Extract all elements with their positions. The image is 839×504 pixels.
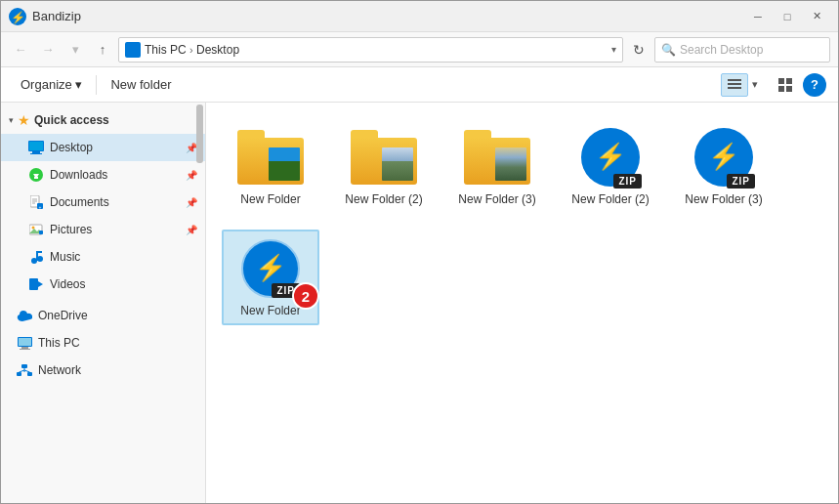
svg-rect-37 [17,372,21,376]
folder-area: New Folder New Folder (2) [206,103,838,503]
list-item[interactable]: ⚡ ZIP New Folder (3) [675,118,773,214]
folder-label-new-folder-4-zip: New Folder [240,304,300,317]
minimize-button[interactable]: ─ [744,7,772,26]
view-dropdown-arrow[interactable]: ▾ [752,78,758,91]
folder-icon-new-folder-4-zip: ⚡ ZIP 2 [235,237,306,300]
maximize-button[interactable]: □ [774,7,801,26]
sidebar-item-pictures[interactable]: Pictures 📌 [1,216,205,243]
sidebar-section-quickaccess: ▾ ★ Quick access Desktop [1,103,205,302]
folder-label-new-folder-2: New Folder (2) [345,192,422,206]
view-tiles-button[interactable] [772,73,799,97]
documents-icon: + [28,194,44,210]
close-button[interactable]: ✕ [803,7,830,26]
svg-text:⚡: ⚡ [11,10,25,24]
svg-rect-33 [19,338,31,346]
svg-rect-38 [27,372,32,376]
list-item[interactable]: New Folder (2) [335,118,433,214]
title-bar-left: ⚡ Bandizip [9,8,81,25]
title-bar: ⚡ Bandizip ─ □ ✕ [1,1,838,32]
svg-rect-29 [36,251,42,253]
toolbar: Organize ▾ New folder ▾ [1,67,838,103]
sidebar-item-downloads[interactable]: Downloads 📌 [1,161,205,189]
main-content: ▾ ★ Quick access Desktop [1,103,838,503]
quickaccess-arrow: ▾ [9,115,14,125]
thispc-icon [17,335,32,351]
sidebar: ▾ ★ Quick access Desktop [1,103,206,503]
svg-rect-25 [39,231,43,234]
window-controls: ─ □ ✕ [744,7,830,26]
sidebar-label-desktop: Desktop [50,141,180,154]
sidebar-label-downloads: Downloads [50,168,180,182]
path-part-desktop: Desktop [196,43,239,57]
pictures-pin-icon: 📌 [186,225,197,235]
bolt-icon: ⚡ [595,144,626,169]
selection-badge: 2 [292,282,319,310]
quickaccess-star-icon: ★ [18,112,30,128]
back-button[interactable]: ← [9,38,32,62]
svg-rect-35 [20,349,30,350]
svg-marker-31 [38,281,43,287]
downloads-pin-icon: 📌 [186,170,197,181]
view-details-button[interactable] [721,73,748,97]
svg-text:+: + [38,204,41,209]
search-box[interactable]: 🔍 Search Desktop [654,37,830,63]
documents-pin-icon: 📌 [186,197,197,208]
network-icon [17,362,32,378]
sidebar-item-desktop[interactable]: Desktop 📌 [1,134,205,161]
toolbar-separator [96,75,97,95]
path-text: This PC › Desktop [145,43,608,57]
downloads-icon [28,167,44,183]
folder-icon-new-folder-1 [235,126,306,189]
svg-rect-5 [778,78,784,84]
refresh-button[interactable]: ↻ [627,38,650,62]
svg-line-40 [20,370,25,372]
toolbar-right: ▾ ? [721,73,826,97]
new-folder-button[interactable]: New folder [103,73,179,96]
path-part-thispc: This PC [145,43,189,57]
up-button[interactable]: ↑ [91,38,114,62]
sidebar-item-music[interactable]: Music [1,243,205,271]
search-icon: 🔍 [661,43,676,57]
recent-locations-button[interactable]: ▾ [63,38,87,62]
sidebar-item-onedrive[interactable]: OneDrive [1,302,205,329]
zip-badge: ZIP [727,174,755,189]
list-item[interactable]: ⚡ ZIP 2 New Folder [222,230,319,325]
sidebar-item-videos[interactable]: Videos [1,271,205,298]
folder-icon-new-folder-2 [349,126,419,189]
address-path[interactable]: This PC › Desktop ▾ [118,37,623,63]
svg-rect-3 [728,83,741,85]
sidebar-item-documents[interactable]: + Documents 📌 [1,189,205,216]
desktop-icon [28,140,44,155]
forward-button[interactable]: → [36,38,60,62]
sidebar-label-thispc: This PC [38,336,197,350]
videos-icon [28,276,44,292]
svg-rect-30 [29,278,38,290]
path-dropdown-arrow[interactable]: ▾ [611,44,616,55]
sidebar-item-network[interactable]: Network [1,357,205,384]
sidebar-label-videos: Videos [50,277,197,291]
sidebar-header-quickaccess[interactable]: ▾ ★ Quick access [1,106,205,134]
tiles-icon [778,78,792,92]
bolt-icon: ⚡ [255,255,286,280]
folder-icon-new-folder-3 [462,126,532,189]
list-item[interactable]: ⚡ ZIP New Folder (2) [562,118,659,214]
svg-rect-34 [21,347,28,349]
list-item[interactable]: New Folder (3) [448,118,546,214]
path-separator-1: › [189,44,193,56]
sidebar-label-onedrive: OneDrive [38,309,197,322]
pictures-icon [28,222,44,237]
details-icon [728,78,741,92]
folder-label-new-folder-3: New Folder (3) [458,192,535,206]
folder-icon-new-folder-2-zip: ⚡ ZIP [575,126,646,189]
sidebar-item-thispc[interactable]: This PC [1,329,205,357]
svg-rect-12 [29,142,43,150]
svg-line-41 [24,370,30,372]
svg-rect-11 [30,153,42,154]
sidebar-label-documents: Documents [50,195,180,209]
svg-rect-10 [32,151,40,153]
svg-rect-2 [728,79,741,81]
organize-button[interactable]: Organize ▾ [13,73,90,96]
help-button[interactable]: ? [803,73,826,97]
svg-rect-6 [786,78,792,84]
list-item[interactable]: New Folder [222,118,319,214]
